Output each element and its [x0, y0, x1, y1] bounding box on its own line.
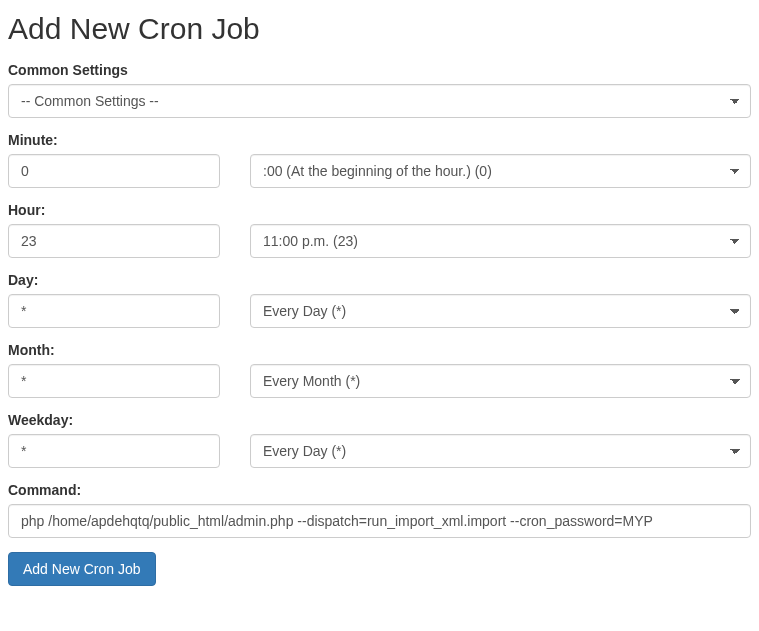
add-cron-job-button[interactable]: Add New Cron Job	[8, 552, 156, 586]
minute-label: Minute:	[8, 132, 751, 148]
page-title: Add New Cron Job	[8, 12, 751, 46]
minute-preset-select[interactable]: :00 (At the beginning of the hour.) (0)	[250, 154, 751, 188]
month-label: Month:	[8, 342, 751, 358]
minute-input[interactable]	[8, 154, 220, 188]
month-input[interactable]	[8, 364, 220, 398]
weekday-label: Weekday:	[8, 412, 751, 428]
day-label: Day:	[8, 272, 751, 288]
common-settings-label: Common Settings	[8, 62, 751, 78]
day-input[interactable]	[8, 294, 220, 328]
hour-input[interactable]	[8, 224, 220, 258]
weekday-input[interactable]	[8, 434, 220, 468]
command-input[interactable]	[8, 504, 751, 538]
hour-preset-select[interactable]: 11:00 p.m. (23)	[250, 224, 751, 258]
hour-label: Hour:	[8, 202, 751, 218]
day-preset-select[interactable]: Every Day (*)	[250, 294, 751, 328]
common-settings-select[interactable]: -- Common Settings --	[8, 84, 751, 118]
weekday-preset-select[interactable]: Every Day (*)	[250, 434, 751, 468]
command-label: Command:	[8, 482, 751, 498]
month-preset-select[interactable]: Every Month (*)	[250, 364, 751, 398]
